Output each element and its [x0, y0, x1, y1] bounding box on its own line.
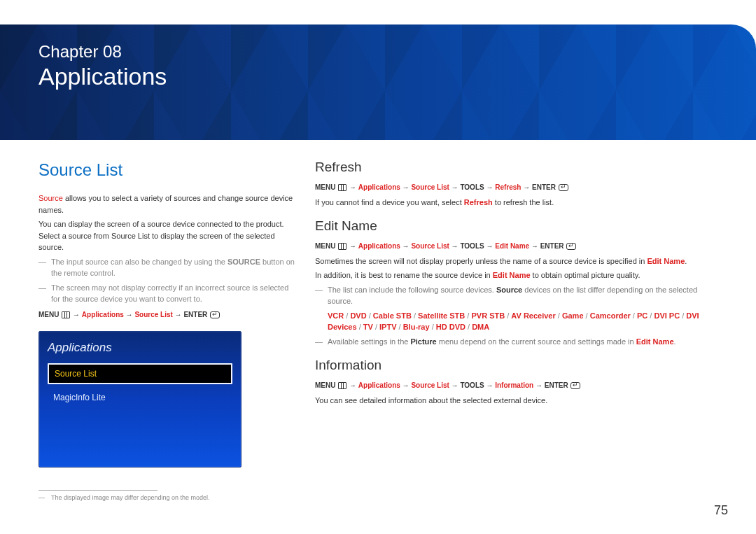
- editname-p1: Sometimes the screen will not display pr…: [315, 255, 724, 267]
- nav-path-information: MENU → Applications → Source List → TOOL…: [315, 380, 724, 391]
- menu-icon: [62, 311, 70, 318]
- chapter-heading: Chapter 08 Applications: [38, 42, 167, 91]
- menu-icon: [338, 382, 346, 389]
- right-column: Refresh MENU → Applications → Source Lis…: [315, 157, 724, 505]
- chapter-title: Applications: [38, 62, 167, 91]
- editname-note-picture: Available settings in the Picture menu d…: [315, 336, 724, 348]
- section-title-source-list: Source List: [38, 157, 298, 183]
- heading-refresh: Refresh: [315, 157, 724, 178]
- editname-p2: In addition, it is best to rename the so…: [315, 269, 724, 281]
- left-column: Source List Source allows you to select …: [38, 157, 298, 505]
- osd-title: Applications: [48, 339, 232, 357]
- heading-edit-name: Edit Name: [315, 216, 724, 237]
- footnote-rule: [38, 490, 158, 491]
- chapter-label: Chapter 08: [38, 42, 167, 62]
- osd-applications-panel: Applications Source List MagicInfo Lite: [38, 331, 241, 468]
- content-columns: Source List Source allows you to select …: [38, 157, 724, 505]
- note-input-source: The input source can also be changed by …: [38, 256, 298, 279]
- enter-icon: [566, 243, 576, 250]
- refresh-description: If you cannot find a device you want, se…: [315, 197, 724, 209]
- note-incorrect-source: The screen may not display correctly if …: [38, 282, 298, 305]
- editname-note-devices: The list can include the following sourc…: [315, 284, 724, 333]
- nav-path-refresh: MENU → Applications → Source List → TOOL…: [315, 182, 724, 192]
- nav-path-edit-name: MENU → Applications → Source List → TOOL…: [315, 241, 724, 251]
- device-list: VCR / DVD / Cable STB / Satellite STB / …: [328, 310, 724, 333]
- menu-icon: [338, 243, 346, 250]
- osd-item-source-list: Source List: [48, 363, 232, 384]
- enter-icon: [559, 184, 568, 191]
- menu-icon: [338, 184, 346, 191]
- source-description-1: Source allows you to select a variety of…: [38, 192, 298, 216]
- enter-icon: [570, 382, 580, 389]
- osd-item-magicinfo-lite: MagicInfo Lite: [48, 387, 232, 408]
- footnote-image-differ: The displayed image may differ depending…: [38, 493, 298, 503]
- page-number: 75: [714, 501, 728, 520]
- manual-page: Chapter 08 Applications Source List Sour…: [0, 0, 756, 534]
- heading-information: Information: [315, 356, 724, 376]
- information-description: You can see detailed information about t…: [315, 395, 724, 407]
- enter-icon: [210, 311, 220, 318]
- chapter-banner: Chapter 08 Applications: [0, 24, 756, 140]
- source-description-2: You can display the screen of a source d…: [38, 218, 298, 253]
- nav-path-source-list: MENU → Applications → Source List → ENTE…: [38, 309, 298, 320]
- source-keyword: Source: [38, 194, 63, 202]
